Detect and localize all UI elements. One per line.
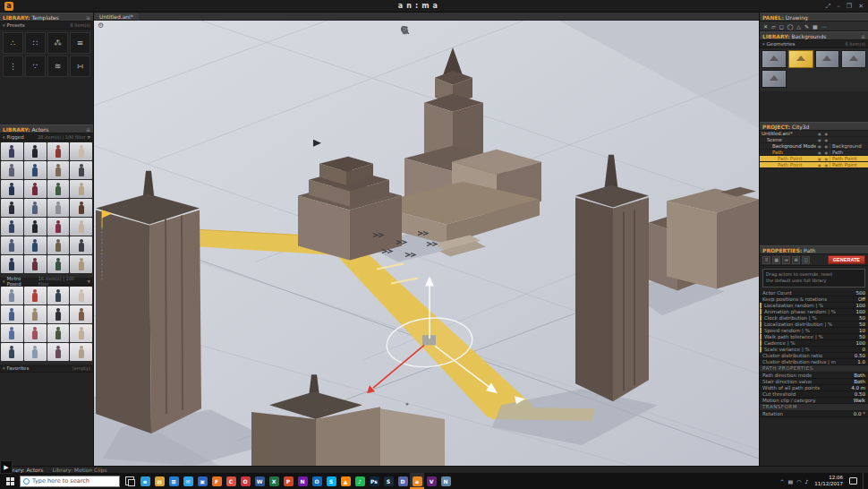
property-row[interactable]: Localization distribution | % 50 bbox=[760, 322, 868, 328]
document-tab[interactable]: Untitled.ani* bbox=[94, 13, 139, 20]
property-value[interactable]: 50 bbox=[859, 315, 865, 321]
taskbar-app-icon[interactable]: Ps bbox=[367, 473, 381, 489]
action-center-icon[interactable] bbox=[849, 477, 857, 485]
property-row[interactable]: Motion clip / category Walk bbox=[760, 398, 868, 404]
menu-icon[interactable]: ≡ bbox=[86, 14, 90, 21]
taskbar-search-input[interactable] bbox=[32, 477, 116, 485]
outliner-row[interactable]: Untitled.ani* ● ● bbox=[760, 131, 868, 137]
lock-dot-icon[interactable]: ● bbox=[825, 163, 829, 167]
actor-thumbnail[interactable] bbox=[47, 255, 70, 273]
background-thumbnail[interactable] bbox=[762, 70, 787, 88]
property-value[interactable]: 1.0 bbox=[857, 359, 865, 365]
actor-thumbnail[interactable] bbox=[1, 199, 23, 217]
rigged-section-bar[interactable]: ▾ Rigged 28 item(s) | 100 filter ▼ bbox=[0, 133, 93, 142]
actor-thumbnail[interactable] bbox=[1, 305, 23, 323]
taskbar-app-icon[interactable]: e bbox=[138, 473, 152, 489]
actor-thumbnail[interactable] bbox=[47, 343, 70, 361]
property-row[interactable]: Cut threshold 0.50 bbox=[760, 391, 868, 398]
drawing-tool-icon[interactable]: △ bbox=[796, 23, 801, 30]
tray-icon[interactable]: ◠ bbox=[796, 478, 801, 485]
taskbar-app-icon[interactable]: ⊞ bbox=[166, 473, 181, 489]
actor-thumbnail[interactable] bbox=[47, 180, 70, 198]
property-row[interactable]: Animation phase random | % 100 bbox=[760, 309, 868, 315]
taskbar-app-icon[interactable]: a bbox=[410, 473, 424, 489]
template-preset-tile[interactable]: ∺ bbox=[70, 56, 90, 77]
actor-thumbnail[interactable] bbox=[1, 161, 23, 179]
actor-thumbnail[interactable] bbox=[1, 324, 23, 342]
taskbar-app-icon[interactable]: ▤ bbox=[152, 473, 166, 489]
property-value[interactable]: Off bbox=[858, 296, 865, 302]
property-value[interactable]: 100 bbox=[856, 303, 866, 308]
property-row[interactable]: Localization random | % 100 bbox=[760, 303, 868, 309]
viewport[interactable]: Untitled.ani* bbox=[94, 13, 759, 466]
scene-canvas-svg[interactable] bbox=[94, 21, 759, 466]
drawing-tool-icon[interactable]: ▱ bbox=[771, 23, 776, 30]
property-row[interactable]: Rotation 0.0 ° bbox=[760, 411, 868, 417]
lock-dot-icon[interactable]: ● bbox=[825, 132, 829, 136]
taskbar-app-icon[interactable]: P bbox=[281, 473, 295, 489]
actor-thumbnail[interactable] bbox=[24, 236, 47, 254]
viewport-settings-gear-icon[interactable]: ⚙ bbox=[98, 22, 104, 30]
property-tab-icon[interactable]: ≔ bbox=[782, 256, 790, 264]
property-row[interactable]: Walk path tolerance | % 50 bbox=[760, 334, 868, 340]
lock-dot-icon[interactable]: ● bbox=[825, 144, 829, 149]
property-value[interactable]: 4.0 m bbox=[851, 385, 865, 390]
property-value[interactable]: 50 bbox=[859, 334, 865, 339]
actor-thumbnail[interactable] bbox=[24, 199, 47, 217]
property-tab-icon[interactable]: ⠿ bbox=[762, 256, 770, 264]
property-row[interactable]: Cluster distribution radius | m 1.0 bbox=[760, 359, 868, 365]
actor-thumbnail[interactable] bbox=[24, 343, 47, 361]
taskbar-app-icon[interactable]: V bbox=[424, 473, 438, 489]
taskbar-app-icon[interactable]: ✉ bbox=[181, 473, 195, 489]
actor-thumbnail[interactable] bbox=[24, 305, 47, 323]
taskbar-app-icon[interactable]: C bbox=[224, 473, 238, 489]
property-row[interactable]: Cluster distribution ratio 0.50 bbox=[760, 353, 868, 359]
property-value[interactable]: 10 bbox=[859, 328, 865, 333]
titlebar[interactable]: a an:ma ⤢ – ❐ ✕ bbox=[0, 0, 868, 13]
actor-thumbnail[interactable] bbox=[1, 236, 23, 254]
taskbar-app-icon[interactable]: F bbox=[209, 473, 224, 489]
project-header[interactable]: PROJECT: City3d bbox=[760, 122, 868, 131]
actor-thumbnail[interactable] bbox=[70, 287, 92, 305]
background-thumbnail[interactable] bbox=[762, 50, 787, 68]
background-thumbnail[interactable] bbox=[788, 50, 813, 68]
taskbar-app-icon[interactable]: W bbox=[252, 473, 267, 489]
property-tab-icon[interactable]: ▦ bbox=[772, 256, 780, 264]
task-view-icon[interactable] bbox=[125, 476, 134, 485]
property-row[interactable]: Cadence | % 100 bbox=[760, 340, 868, 347]
actor-thumbnail[interactable] bbox=[70, 305, 92, 323]
taskbar-app-icon[interactable]: O bbox=[310, 473, 324, 489]
actor-thumbnail[interactable] bbox=[47, 218, 70, 236]
taskbar-app-icon[interactable]: S bbox=[324, 473, 338, 489]
actor-thumbnail[interactable] bbox=[24, 142, 47, 160]
visibility-dot-icon[interactable]: ● bbox=[818, 150, 821, 155]
tray-icon[interactable]: ^ bbox=[780, 478, 785, 485]
actor-thumbnail[interactable] bbox=[1, 255, 23, 273]
outliner-row[interactable]: Scene ● ● bbox=[760, 137, 868, 143]
actor-thumbnail[interactable] bbox=[1, 180, 23, 198]
visibility-dot-icon[interactable]: ● bbox=[818, 144, 821, 149]
tray-icon[interactable]: ♪ bbox=[804, 478, 808, 485]
template-preset-tile[interactable]: ∴ bbox=[3, 32, 23, 54]
property-value[interactable]: Walk bbox=[854, 398, 865, 403]
actor-thumbnail[interactable] bbox=[47, 199, 70, 217]
actor-thumbnail[interactable] bbox=[70, 161, 92, 179]
actor-thumbnail[interactable] bbox=[70, 255, 92, 273]
actor-thumbnail[interactable] bbox=[47, 324, 70, 342]
lock-dot-icon[interactable]: ● bbox=[825, 138, 829, 142]
drawing-tool-icon[interactable]: ✕ bbox=[763, 23, 768, 30]
taskbar-app-icon[interactable]: ▲ bbox=[338, 473, 353, 489]
templates-library-header[interactable]: LIBRARY: Templates ≡ bbox=[0, 13, 93, 21]
outliner-row[interactable]: Path Point ● ● Path Point bbox=[760, 162, 868, 168]
maximize-icon[interactable]: ❐ bbox=[847, 3, 852, 10]
taskbar-app-icon[interactable]: O bbox=[238, 473, 252, 489]
property-value[interactable]: 0.0 ° bbox=[854, 411, 865, 416]
actor-thumbnail[interactable] bbox=[24, 324, 47, 342]
property-row[interactable]: Width of all path points 4.0 m bbox=[760, 385, 868, 391]
taskbar-app-icon[interactable]: ▣ bbox=[195, 473, 209, 489]
property-row[interactable]: Clock distribution | % 50 bbox=[760, 315, 868, 322]
actor-thumbnail[interactable] bbox=[70, 180, 92, 198]
taskbar-app-icon[interactable]: D bbox=[396, 473, 410, 489]
favorites-section-bar[interactable]: ▾ Favorites (empty) bbox=[0, 365, 93, 373]
background-thumbnail[interactable] bbox=[815, 50, 840, 68]
